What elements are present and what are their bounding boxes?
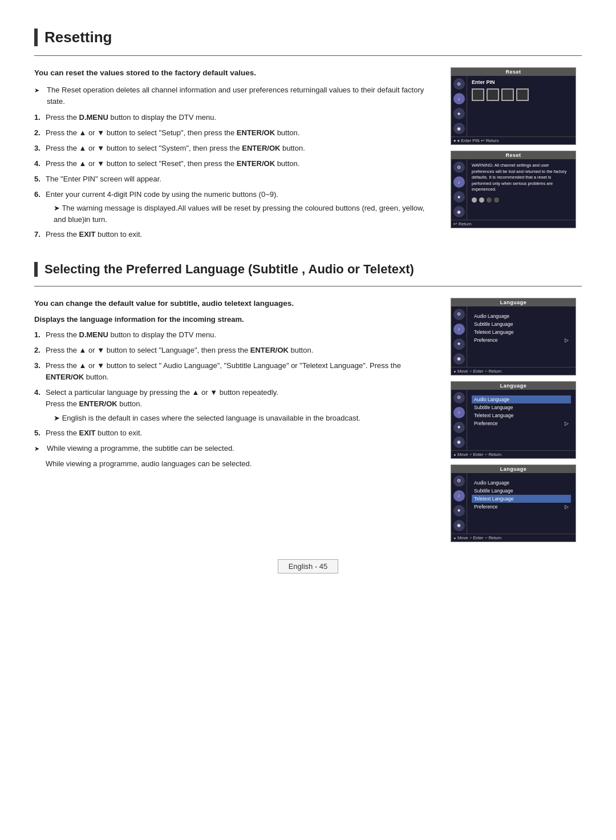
resetting-step-3: Press the ▲ or ▼ button to select "Syste… [34, 143, 433, 154]
language-displays-note: Displays the language information for th… [34, 315, 433, 324]
icon-s2-1: ⚙ [453, 161, 465, 173]
language-bullet1-sub: While viewing a programme, audio languag… [34, 458, 433, 470]
lang3-icon-2: ♪ [453, 490, 465, 502]
reset-screen2-content: WARNING: All channel settings and user p… [467, 159, 576, 220]
dot-dark [487, 197, 492, 203]
reset-screen1-content: Enter PIN [467, 76, 576, 136]
language-screens-col: Language ⚙ ♪ ★ ◉ Audio Language Subtitle… [451, 298, 582, 542]
reset-screen1-title: Reset [451, 68, 576, 76]
resetting-text-col: You can reset the values stored to the f… [34, 67, 433, 245]
reset-screen-2: Reset ⚙ ♪ ★ ◉ WARNING: All channel setti… [451, 151, 576, 228]
reset-screen1-footer-text: ● ● Enter PIN ↩ Return [453, 138, 499, 143]
language-screen-3: Language ⚙ ♪ ★ ◉ Audio Language Subtitle… [451, 465, 576, 542]
resetting-step-2: Press the ▲ or ▼ button to select "Setup… [34, 127, 433, 139]
reset-screen1-icons: ⚙ ♪ ★ ◉ [451, 76, 467, 136]
icon-s2-2: ♪ [453, 176, 465, 188]
language-bullet-1: While viewing a programme, the subtitle … [34, 443, 433, 454]
language-screen2-body: ⚙ ♪ ★ ◉ Audio Language Subtitle Language… [451, 390, 576, 450]
reset-screen2-footer-text: ↩ Return [453, 221, 472, 227]
lang-footer-3: ⬥ Move ↩ Enter ↩ Return [453, 535, 501, 540]
lang-icon-1: ⚙ [453, 309, 465, 320]
lang3-icon-3: ★ [453, 505, 465, 516]
dot-grey-1 [472, 197, 477, 203]
language-screen3-icons: ⚙ ♪ ★ ◉ [451, 473, 467, 534]
menu-subtitle: Subtitle Language [472, 320, 571, 328]
language-section: Selecting the Preferred Language (Subtit… [34, 262, 582, 542]
reset-screen1-footer: ● ● Enter PIN ↩ Return [451, 136, 576, 144]
resetting-step-4: Press the ▲ or ▼ button to select "Reset… [34, 158, 433, 169]
resetting-intro: You can reset the values stored to the f… [34, 67, 433, 79]
icon-s2-3: ★ [453, 191, 465, 203]
page-footer: English - 45 [34, 559, 582, 574]
resetting-screens-col: Reset ⚙ ♪ ★ ◉ Enter PIN [451, 67, 582, 245]
lang-footer-1: ⬥ Move ↩ Enter ↩ Return [453, 369, 501, 374]
menu-preference: Preference▷ [472, 336, 571, 344]
menu2-teletext: Teletext Language [472, 411, 571, 419]
resetting-section: Resetting You can reset the values store… [34, 29, 582, 245]
lang2-icon-1: ⚙ [453, 392, 465, 403]
lang2-icon-4: ◉ [453, 437, 465, 448]
language-screen3-footer: ⬥ Move ↩ Enter ↩ Return [451, 534, 576, 542]
menu2-preference: Preference▷ [472, 419, 571, 427]
pin-box-4 [516, 88, 529, 101]
icon-4: ◉ [453, 123, 465, 134]
pin-box-1 [472, 88, 484, 101]
dot-dark-2 [494, 197, 499, 203]
language-menu-2: Audio Language Subtitle Language Teletex… [472, 393, 571, 430]
language-menu-3: Audio Language Subtitle Language Teletex… [472, 476, 571, 513]
pin-boxes [472, 88, 571, 101]
section-divider [34, 55, 582, 56]
lang-icon-4: ◉ [453, 353, 465, 365]
language-screen2-content: Audio Language Subtitle Language Teletex… [467, 390, 576, 450]
color-dots [472, 197, 571, 203]
reset-screen2-title: Reset [451, 151, 576, 159]
enter-pin-label: Enter PIN [472, 79, 571, 85]
language-step-5: Press the EXIT button to exit. [34, 427, 433, 439]
lang2-icon-3: ★ [453, 422, 465, 433]
language-step-2: Press the ▲ or ▼ button to select "Langu… [34, 345, 433, 356]
menu2-subtitle: Subtitle Language [472, 403, 571, 411]
resetting-title: Resetting [34, 29, 582, 46]
lang3-icon-4: ◉ [453, 520, 465, 531]
icon-3: ★ [453, 108, 465, 119]
language-screen1-content: Audio Language Subtitle Language Teletex… [467, 306, 576, 367]
language-menu-1: Audio Language Subtitle Language Teletex… [472, 310, 571, 346]
lang-footer-2: ⬥ Move ↩ Enter ↩ Return [453, 452, 501, 457]
language-screen3-body: ⚙ ♪ ★ ◉ Audio Language Subtitle Language… [451, 473, 576, 534]
language-screen3-content: Audio Language Subtitle Language Teletex… [467, 473, 576, 534]
icon-2: ♪ [453, 93, 465, 104]
menu3-audio: Audio Language [472, 479, 571, 487]
language-screen1-title: Language [451, 298, 576, 306]
language-screen1-body: ⚙ ♪ ★ ◉ Audio Language Subtitle Language… [451, 306, 576, 367]
language-step-4-sub: ➤ English is the default in cases where … [46, 413, 433, 424]
language-screen2-title: Language [451, 382, 576, 390]
language-steps: Press the D.MENU button to display the D… [34, 329, 433, 455]
language-screen-2: Language ⚙ ♪ ★ ◉ Audio Language Subtitle… [451, 381, 576, 459]
reset-screen2-body: ⚙ ♪ ★ ◉ WARNING: All channel settings an… [451, 159, 576, 220]
language-divider [34, 286, 582, 286]
resetting-step-6-sub: ➤ The warning message is displayed.All v… [46, 203, 433, 225]
language-intro: You can change the default value for sub… [34, 298, 433, 309]
lang2-icon-2: ♪ [453, 407, 465, 418]
language-screen1-footer: ⬥ Move ↩ Enter ↩ Return [451, 367, 576, 375]
language-layout: You can change the default value for sub… [34, 298, 582, 542]
resetting-steps: The Reset operation deletes all channel … [34, 84, 433, 240]
lang3-icon-1: ⚙ [453, 475, 465, 487]
menu3-subtitle: Subtitle Language [472, 487, 571, 495]
page-number-box: English - 45 [278, 559, 339, 574]
menu-teletext: Teletext Language [472, 328, 571, 336]
warning-text: WARNING: All channel settings and user p… [472, 163, 571, 193]
language-text-col: You can change the default value for sub… [34, 298, 433, 542]
language-step-3: Press the ▲ or ▼ button to select " Audi… [34, 360, 433, 383]
pin-box-2 [487, 88, 499, 101]
menu3-preference: Preference▷ [472, 503, 571, 511]
language-step-4: Select a particular language by pressing… [34, 387, 433, 423]
reset-screen-1: Reset ⚙ ♪ ★ ◉ Enter PIN [451, 67, 576, 145]
menu-audio: Audio Language [472, 312, 571, 320]
reset-screen2-footer: ↩ Return [451, 220, 576, 228]
language-screen2-footer: ⬥ Move ↩ Enter ↩ Return [451, 450, 576, 458]
language-screen3-title: Language [451, 465, 576, 473]
page-number-label: English - 45 [289, 562, 328, 571]
language-screen-1: Language ⚙ ♪ ★ ◉ Audio Language Subtitle… [451, 298, 576, 375]
reset-screen2-icons: ⚙ ♪ ★ ◉ [451, 159, 467, 220]
